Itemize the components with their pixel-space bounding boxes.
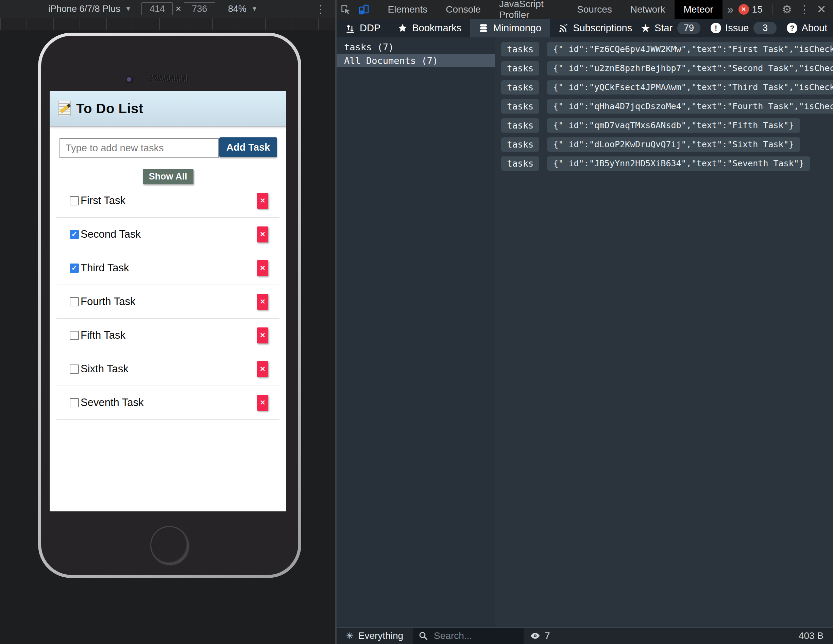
delete-task-button[interactable]: ✕ (257, 361, 268, 377)
show-all-wrap: Show All (50, 169, 286, 184)
device-height-input[interactable] (184, 2, 215, 15)
issue-button[interactable]: ! Issue (711, 23, 749, 34)
document-row: tasks{"_id":"u2znE8pzhrBejhbp7","text":"… (495, 61, 833, 80)
device-toolbar-toggle-icon[interactable] (355, 2, 373, 17)
inspect-element-icon[interactable] (337, 2, 355, 17)
document-row: tasks{"_id":"yQCkFsect4JPMAAwm","text":"… (495, 80, 833, 99)
device-select[interactable]: iPhone 6/7/8 Plus (48, 4, 121, 14)
task-label: Fifth Task (80, 329, 125, 341)
search-input[interactable] (433, 630, 509, 642)
document-row: tasks{"_id":"dLooP2KwDruQvQ7ij","text":"… (495, 137, 833, 156)
meteor-tab-label: Subscriptions (573, 23, 632, 34)
device-select-caret-icon: ▼ (125, 5, 132, 13)
error-count: 15 (752, 4, 762, 15)
collection-badge[interactable]: tasks (501, 80, 539, 95)
tab-elements[interactable]: Elements (378, 0, 437, 19)
document-row: tasks{"_id":"qmD7vaqTMxs6ANsdb","text":"… (495, 118, 833, 137)
phone-camera (126, 76, 133, 83)
collection-badge[interactable]: tasks (501, 137, 539, 151)
about-button[interactable]: ? About (787, 23, 827, 34)
collection-badge[interactable]: tasks (501, 42, 539, 56)
tab-meteor[interactable]: Meteor (675, 0, 722, 19)
add-task-button[interactable]: Add Task (219, 137, 277, 157)
database-icon (478, 23, 489, 33)
toolbar-separator (376, 4, 376, 15)
new-task-input[interactable] (60, 138, 219, 158)
task-checkbox[interactable] (70, 196, 79, 205)
issue-icon: ! (711, 23, 721, 33)
meteor-tab-subscriptions[interactable]: Subscriptions (550, 19, 640, 37)
delete-task-button[interactable]: ✕ (257, 395, 268, 411)
document-json[interactable]: {"_id":"u2znE8pzhrBejhbp7","text":"Secon… (547, 61, 833, 76)
document-json[interactable]: {"_id":"dLooP2KwDruQvQ7ij","text":"Sixth… (547, 137, 800, 151)
zoom-select[interactable]: 84% ▼ (228, 4, 258, 14)
show-all-button[interactable]: Show All (143, 169, 193, 184)
collection-badge[interactable]: tasks (501, 156, 539, 171)
document-json[interactable]: {"_id":"yQCkFsect4JPMAAwm","text":"Third… (547, 80, 833, 95)
app-header: To Do List (50, 91, 286, 127)
collection-badge[interactable]: tasks (501, 61, 539, 76)
tab-network[interactable]: Network (621, 0, 675, 19)
collection-badge[interactable]: tasks (501, 99, 539, 114)
task-label: Fourth Task (80, 295, 135, 308)
minimongo-documents: tasks{"_id":"Fz6CQe6pv4JWW2KMw","text":"… (495, 37, 833, 628)
document-json[interactable]: {"_id":"Fz6CQe6pv4JWW2KMw","text":"First… (547, 42, 833, 56)
tab-console[interactable]: Console (437, 0, 490, 19)
visible-count: 7 (545, 630, 550, 641)
task-checkbox[interactable] (70, 297, 79, 306)
document-json[interactable]: {"_id":"JB5yYnn2HD5XiB634","text":"Seven… (547, 156, 810, 171)
eye-icon (530, 630, 540, 641)
task-checkbox[interactable]: ✓ (70, 264, 79, 273)
phone-speaker (149, 75, 189, 82)
meteor-toolbar: DDPBookmarksMinimongoSubscriptions ★ Sta… (337, 19, 833, 37)
delete-task-button[interactable]: ✕ (257, 227, 268, 242)
meteor-tab-bookmarks[interactable]: Bookmarks (389, 19, 470, 37)
task-label: Second Task (80, 228, 141, 240)
meteor-tab-label: Minimongo (493, 23, 541, 34)
app-title: To Do List (76, 101, 143, 116)
zoom-caret-icon: ▼ (251, 5, 258, 13)
task-checkbox[interactable] (70, 331, 79, 340)
star-repo-button[interactable]: ★ Star (640, 22, 672, 35)
settings-gear-icon[interactable]: ⚙ (782, 3, 792, 16)
close-devtools-icon[interactable]: ✕ (817, 3, 826, 16)
task-row: Fourth Task✕ (56, 285, 280, 319)
task-checkbox[interactable] (70, 398, 79, 407)
ddp-arrows-icon (345, 23, 355, 33)
phone-home-button (150, 526, 188, 564)
delete-task-button[interactable]: ✕ (257, 327, 268, 343)
sidebar-item-tasks-7-[interactable]: tasks (7) (337, 40, 495, 54)
devtools-kebab-icon[interactable]: ⋮ (799, 3, 810, 16)
device-toolbar-kebab-icon[interactable]: ⋮ (315, 3, 326, 16)
task-label: Seventh Task (80, 396, 144, 409)
task-checkbox[interactable]: ✓ (70, 230, 79, 239)
filter-scope-button[interactable]: ✳ Everything (337, 628, 413, 644)
more-tabs-icon[interactable]: » (727, 3, 734, 16)
task-row: Seventh Task✕ (56, 386, 280, 420)
meteor-tab-minimongo[interactable]: Minimongo (470, 19, 550, 37)
delete-task-button[interactable]: ✕ (257, 294, 268, 310)
dimension-times: × (175, 3, 181, 14)
device-toolbar: iPhone 6/7/8 Plus ▼ × 84% ▼ ⋮ (0, 0, 335, 18)
sidebar-item-all-documents-7-[interactable]: All Documents (7) (337, 54, 495, 67)
tab-sources[interactable]: Sources (568, 0, 621, 19)
task-list: First Task✕✓Second Task✕✓Third Task✕Four… (50, 184, 286, 420)
document-json[interactable]: {"_id":"qHha4D7jqcDszoMe4","text":"Fourt… (547, 99, 833, 114)
delete-task-button[interactable]: ✕ (257, 260, 268, 276)
error-badge[interactable]: ✕ 15 (738, 4, 762, 15)
memo-icon (58, 101, 71, 116)
bookmark-star-icon (397, 23, 408, 33)
task-checkbox[interactable] (70, 364, 79, 374)
meteor-tab-ddp[interactable]: DDP (337, 19, 389, 37)
task-row: Sixth Task✕ (56, 352, 280, 386)
task-row: First Task✕ (56, 184, 280, 217)
star-icon: ★ (640, 22, 650, 35)
collection-badge[interactable]: tasks (501, 118, 539, 133)
document-json[interactable]: {"_id":"qmD7vaqTMxs6ANsdb","text":"Fifth… (547, 118, 800, 133)
task-row: ✓Third Task✕ (56, 251, 280, 285)
tab-javascript-profiler[interactable]: JavaScript Profiler (490, 0, 568, 19)
device-width-input[interactable] (142, 2, 173, 15)
signal-icon (558, 23, 568, 33)
devtools-pane: ElementsConsoleJavaScript ProfilerSource… (337, 0, 833, 644)
delete-task-button[interactable]: ✕ (257, 193, 268, 209)
